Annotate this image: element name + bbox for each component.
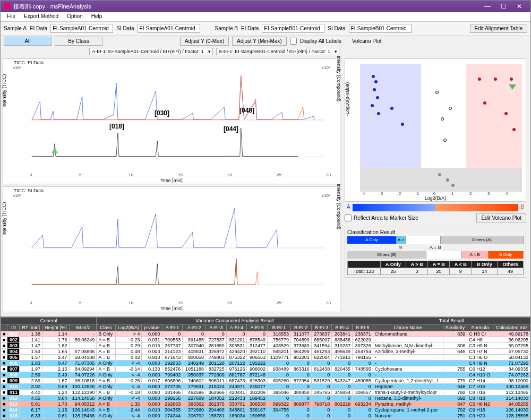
peak-label: [030]	[155, 109, 169, 117]
window-title: 接着剤-copy - msFineAnalysis	[13, 3, 479, 11]
volcano-plot[interactable]: -Log10(p-value) Log2(B/A) -4-3-2-101234	[345, 58, 526, 202]
column-header[interactable]: B-EI-2	[291, 324, 312, 331]
sample-a-si-input[interactable]	[138, 24, 200, 33]
table-row[interactable]: ■0146.171.15126.14043A = B-2.440.0103043…	[1, 407, 530, 413]
column-header[interactable]: A-EI-4	[226, 324, 247, 331]
sample-b-label: Sample B	[215, 25, 238, 31]
ei-ylabel2: Intensity (Compound)	[336, 55, 341, 101]
volcano-xlabel: Log2(B/A)	[425, 195, 447, 201]
menu-file[interactable]: File	[3, 12, 20, 21]
table-row[interactable]: ■0021.411.7656.06249A = B-0.230.03170955…	[1, 337, 530, 343]
peak-label: [018]	[109, 123, 124, 130]
reflect-area-checkbox[interactable]	[345, 215, 352, 221]
column-header[interactable]: Log2(B/A)	[115, 324, 142, 331]
menu-export-method[interactable]: Export Method	[20, 12, 63, 21]
sample-b-si-input[interactable]	[349, 24, 412, 33]
sample-b-ei-input[interactable]	[262, 24, 324, 33]
series-b-dropdown[interactable]: B-EI-1: EI-SampleB01-Centroid / EI+(eiFi…	[216, 48, 339, 55]
si-ylabel2: Intensity (Compound)	[336, 183, 341, 229]
edit-volcano-button[interactable]: Edit Volcano Plot	[476, 213, 526, 222]
series-a-dropdown[interactable]: A-EI-1: EI-SampleA01-Centroid / EI+(eiFi…	[89, 48, 212, 55]
peak-label: [048]	[239, 107, 254, 114]
sample-toolbar: Sample A EI Data SI Data Sample B EI Dat…	[1, 22, 530, 36]
column-header[interactable]: A-EI-5	[247, 324, 268, 331]
ei-data-label-a: EI Data	[30, 25, 47, 31]
column-header[interactable]: RT [min]	[20, 324, 42, 331]
column-header[interactable]: p-value	[142, 324, 162, 331]
table-row[interactable]: ■0103.000.69100.12626A Only< -40.0002727…	[1, 384, 530, 390]
svg-marker-4	[509, 84, 516, 90]
menubar: File Export Method Option Help	[1, 12, 530, 22]
table-row[interactable]: ■0135.011.7094.05312A < B1.350.000292863…	[1, 401, 530, 407]
column-header[interactable]	[1, 324, 7, 331]
column-header[interactable]: B-EI-4	[332, 324, 353, 331]
marker-triangle-icon	[509, 84, 516, 90]
ei-xlabel: Time [min]	[160, 178, 183, 183]
column-header[interactable]: A-EI-2	[183, 324, 206, 331]
column-header[interactable]: Height [%]	[42, 324, 69, 331]
display-all-labels-label: Display All Labels	[300, 38, 341, 44]
column-header[interactable]: A-EI-3	[206, 324, 227, 331]
classification-result: Classification Result A Only A > B Other…	[345, 227, 526, 278]
ei-chart-svg	[3, 59, 340, 184]
si-chart-svg	[3, 187, 340, 312]
volcano-ylabel: -Log10(p-value)	[345, 82, 350, 116]
menu-option[interactable]: Option	[63, 12, 87, 21]
sample-a-ei-input[interactable]	[50, 24, 113, 33]
si-data-label-b: SI Data	[328, 25, 345, 31]
minimize-button[interactable]: —	[479, 3, 495, 10]
column-header[interactable]: B-EI-1	[268, 324, 291, 331]
si-data-label-a: SI Data	[116, 25, 134, 31]
menu-help[interactable]: Help	[87, 12, 107, 21]
display-all-labels-checkbox[interactable]	[290, 38, 297, 45]
column-header[interactable]: B-EI-3	[311, 324, 332, 331]
maximize-button[interactable]: ☐	[495, 3, 511, 10]
column-header[interactable]: B-EI-5	[353, 324, 373, 331]
edit-alignment-button[interactable]: Edit Alignment Table	[470, 24, 527, 33]
all-button[interactable]: All	[4, 37, 52, 46]
classification-table: A OnlyA > BA = BA < BB OnlyOthers Total:…	[347, 261, 524, 275]
results-table[interactable]: General Variance Component Analysis Resu…	[1, 316, 530, 420]
ei-chart[interactable]: TICC: EI Data Intensity (TICC) Intensity…	[3, 58, 340, 184]
table-row[interactable]: ■0124.550.64114.14058A Only< -40.0001991…	[1, 396, 530, 401]
sample-a-label: Sample A	[4, 25, 27, 31]
adjust-y-minmax-button[interactable]: Adjust Y (Min-Max)	[232, 37, 287, 46]
column-header[interactable]: ID	[7, 324, 20, 331]
column-header[interactable]: Formula	[467, 324, 493, 331]
peak-label: [044]	[224, 125, 238, 133]
reflect-area-label: Reflect Area to Marker Size	[354, 215, 418, 221]
column-header[interactable]: Library Name	[373, 324, 443, 331]
ei-chart-title: TICC: EI Data	[14, 60, 44, 65]
column-header[interactable]: A-EI-1	[162, 324, 183, 331]
table-row[interactable]: ■0031.471.62-A = B0.290.0162677873070402…	[1, 343, 530, 349]
table-row[interactable]: ■0082.592.4974.07226A Only< -40.00079940…	[1, 372, 530, 378]
by-class-button[interactable]: By Class	[55, 37, 102, 46]
table-row[interactable]: ■0061.830.4771.07305A Only< -40.00019283…	[1, 361, 530, 366]
si-xlabel: Time [min]	[160, 306, 183, 311]
volcano-plot-title: Volcano Plot	[352, 38, 527, 44]
table-row[interactable]: ■0051.572.4758.04188A = B0.020.918871643…	[1, 355, 530, 361]
table-row[interactable]: ■0011.381.14-B Only> 40.0000000031855331…	[1, 331, 530, 337]
si-chart[interactable]: TICC: SI Data Intensity (TICC) Intensity…	[3, 186, 340, 312]
si-ylabel: Intensity (TICC)	[2, 202, 7, 235]
table-row[interactable]: ■0156.330.61128.15486A Only< -40.0001742…	[1, 413, 530, 419]
app-icon	[4, 3, 10, 10]
table-row[interactable]: ■0092.891.6798.10818A = B-0.250.01760689…	[1, 378, 530, 384]
column-header[interactable]: IM m/z	[69, 324, 97, 331]
marker-triangle-icon	[52, 148, 58, 153]
view-toolbar: All By Class Adjust Y (0-Max) Adjust Y (…	[1, 36, 530, 47]
si-chart-title: TICC: SI Data	[14, 188, 44, 193]
close-button[interactable]: ✕	[511, 3, 527, 10]
column-header[interactable]: Similarity	[443, 324, 467, 331]
titlebar: 接着剤-copy - msFineAnalysis — ☐ ✕	[1, 1, 530, 12]
table-row[interactable]: ■0071.972.1584.09294A = B-0.140.13085247…	[1, 366, 530, 372]
adjust-y-0max-button[interactable]: Adjust Y (0-Max)	[180, 37, 229, 46]
column-header[interactable]: Class	[97, 324, 116, 331]
ab-gradient-bar: A B	[345, 204, 526, 211]
table-row[interactable]: ■0114.401.24112.12390A = B-0.180.0903814…	[1, 390, 530, 396]
column-header[interactable]: Calculated m/z	[493, 324, 530, 331]
ei-ylabel: Intensity (TICC)	[2, 74, 7, 107]
table-row[interactable]: ■0041.531.6657.05886A = B0.480.003314123…	[1, 349, 530, 355]
ei-data-label-b: EI Data	[241, 25, 259, 31]
